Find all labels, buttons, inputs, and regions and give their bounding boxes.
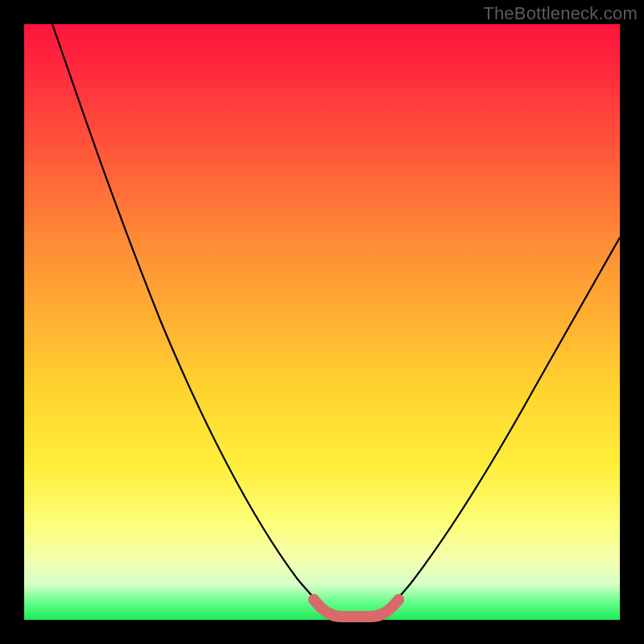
highlight-segment (314, 600, 398, 617)
plot-area (24, 24, 620, 620)
chart-frame: TheBottleneck.com (0, 0, 644, 644)
curve-path (52, 24, 620, 617)
highlight-dot-right (393, 594, 404, 605)
watermark-text: TheBottleneck.com (483, 3, 638, 24)
bottleneck-curve (24, 24, 620, 620)
highlight-dot-left (308, 594, 320, 605)
